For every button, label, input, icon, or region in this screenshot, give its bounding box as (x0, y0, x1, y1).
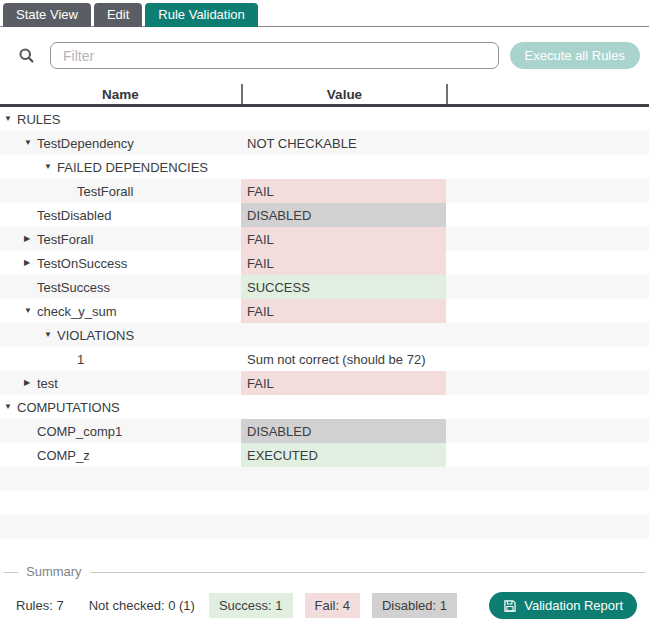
row-value-cell: FAIL (241, 227, 446, 251)
table-row[interactable]: 1 Sum not correct (should be 72) (0, 347, 649, 371)
row-value-cell (241, 155, 446, 179)
tab-rule-validation[interactable]: Rule Validation (145, 3, 257, 27)
empty-row (0, 491, 649, 515)
table-row[interactable]: ▼ check_y_sum FAIL (0, 299, 649, 323)
row-name-label: TestForall (37, 232, 93, 247)
empty-row (0, 515, 649, 539)
expander-icon[interactable]: ▼ (24, 139, 37, 147)
table-row[interactable]: ▶ TestOnSuccess FAIL (0, 251, 649, 275)
tab-state-view[interactable]: State View (3, 3, 91, 27)
row-name-cell: COMP_z (0, 443, 241, 467)
validation-report-label: Validation Report (524, 598, 623, 613)
tab-bar: State View Edit Rule Validation (0, 0, 649, 27)
expander-icon[interactable]: ▼ (44, 163, 57, 171)
row-name-cell: ▼ check_y_sum (0, 299, 241, 323)
row-name-label: TestDisabled (37, 208, 111, 223)
row-value-cell: Sum not correct (should be 72) (241, 347, 446, 371)
row-name-label: COMP_z (37, 448, 90, 463)
row-value-cell: FAIL (241, 299, 446, 323)
row-name-cell: COMP_comp1 (0, 419, 241, 443)
filter-input[interactable] (50, 42, 499, 69)
row-name-label: TestForall (77, 184, 133, 199)
row-value-cell: DISABLED (241, 419, 446, 443)
row-name-label: TestSuccess (37, 280, 110, 295)
summary-legend: Summary (18, 564, 90, 579)
expander-icon[interactable]: ▶ (24, 235, 37, 243)
row-value-cell: FAIL (241, 179, 446, 203)
table-row[interactable]: TestSuccess SUCCESS (0, 275, 649, 299)
search-icon (18, 47, 35, 64)
expander-icon[interactable]: ▼ (4, 115, 17, 123)
row-name-cell: ▼ RULES (0, 107, 241, 131)
tab-edit[interactable]: Edit (94, 3, 142, 27)
summary-not-checked-count: Not checked: 0 (1) (89, 598, 195, 613)
row-name-cell: ▼ TestDependency (0, 131, 241, 155)
row-name-label: COMP_comp1 (37, 424, 122, 439)
expander-icon[interactable]: ▶ (24, 379, 37, 387)
expander-icon[interactable]: ▼ (4, 403, 17, 411)
row-name-cell: 1 (0, 347, 241, 371)
row-value-cell (241, 107, 446, 131)
row-name-cell: TestSuccess (0, 275, 241, 299)
row-value-cell (241, 323, 446, 347)
save-icon (503, 599, 517, 613)
expander-icon[interactable]: ▼ (24, 307, 37, 315)
table-row[interactable]: COMP_comp1 DISABLED (0, 419, 649, 443)
table-row[interactable]: ▶ TestForall FAIL (0, 227, 649, 251)
row-name-cell: ▶ TestOnSuccess (0, 251, 241, 275)
table-row[interactable]: ▼ COMPUTATIONS (0, 395, 649, 419)
row-name-cell: TestDisabled (0, 203, 241, 227)
row-name-label: TestOnSuccess (37, 256, 127, 271)
table-row[interactable]: ▼ VIOLATIONS (0, 323, 649, 347)
row-name-label: COMPUTATIONS (17, 400, 120, 415)
table-row[interactable]: ▼ TestDependency NOT CHECKABLE (0, 131, 649, 155)
validation-report-button[interactable]: Validation Report (489, 592, 637, 619)
row-name-cell: ▼ FAILED DEPENDENCIES (0, 155, 241, 179)
row-name-label: TestDependency (37, 136, 134, 151)
summary-fail-badge: Fail: 4 (305, 593, 360, 618)
row-name-label: test (37, 376, 58, 391)
empty-row (0, 467, 649, 491)
row-name-cell: TestForall (0, 179, 241, 203)
table-row[interactable]: TestDisabled DISABLED (0, 203, 649, 227)
row-name-label: RULES (17, 112, 60, 127)
row-name-label: FAILED DEPENDENCIES (57, 160, 208, 175)
summary-disabled-badge: Disabled: 1 (372, 593, 457, 618)
table-header: Name Value (0, 84, 649, 107)
table-row[interactable]: ▶ test FAIL (0, 371, 649, 395)
summary-groupbox: Summary Rules: 7 Not checked: 0 (1) Succ… (4, 572, 645, 630)
column-header-value[interactable]: Value (241, 84, 446, 104)
row-name-label: VIOLATIONS (57, 328, 134, 343)
column-header-name[interactable]: Name (0, 84, 241, 104)
row-value-cell: EXECUTED (241, 443, 446, 467)
expander-icon[interactable]: ▶ (24, 259, 37, 267)
row-value-cell (241, 395, 446, 419)
row-name-label: 1 (77, 352, 84, 367)
table-row[interactable]: TestForall FAIL (0, 179, 649, 203)
row-value-cell: FAIL (241, 251, 446, 275)
row-value-cell: FAIL (241, 371, 446, 395)
execute-all-rules-button[interactable]: Execute all Rules (510, 42, 640, 69)
row-value-cell: NOT CHECKABLE (241, 131, 446, 155)
table-row[interactable]: ▼ RULES (0, 107, 649, 131)
row-name-cell: ▼ COMPUTATIONS (0, 395, 241, 419)
filter-toolbar: Execute all Rules (0, 27, 649, 84)
row-value-cell: DISABLED (241, 203, 446, 227)
table-row[interactable]: COMP_z EXECUTED (0, 443, 649, 467)
table-row[interactable]: ▼ FAILED DEPENDENCIES (0, 155, 649, 179)
row-name-label: check_y_sum (37, 304, 116, 319)
row-name-cell: ▶ TestForall (0, 227, 241, 251)
row-value-cell: SUCCESS (241, 275, 446, 299)
summary-success-badge: Success: 1 (209, 593, 293, 618)
table-body: ▼ RULES ▼ TestDependency NOT CHECKABLE ▼… (0, 107, 649, 539)
summary-rules-count: Rules: 7 (16, 598, 64, 613)
summary-row: Rules: 7 Not checked: 0 (1) Success: 1 F… (4, 573, 645, 619)
column-header-extra (446, 84, 649, 104)
row-name-cell: ▶ test (0, 371, 241, 395)
row-name-cell: ▼ VIOLATIONS (0, 323, 241, 347)
expander-icon[interactable]: ▼ (44, 331, 57, 339)
